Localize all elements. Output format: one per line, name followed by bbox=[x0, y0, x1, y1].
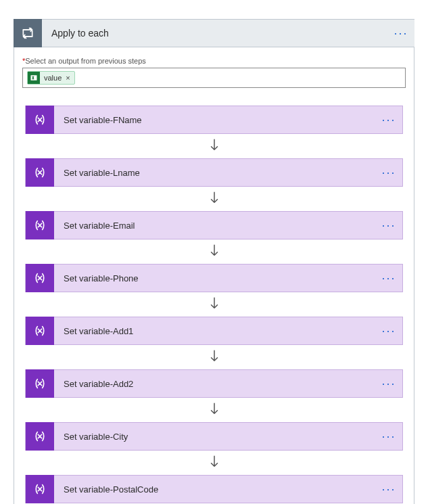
step-label: Set variable-Phone bbox=[54, 273, 375, 283]
step-label: Set variable-Add1 bbox=[54, 326, 375, 336]
variable-icon bbox=[26, 211, 54, 239]
excel-icon bbox=[28, 72, 40, 84]
step-set-variable-postalcode[interactable]: Set variable-PostalCode ··· bbox=[25, 475, 403, 503]
step-connector bbox=[208, 134, 220, 158]
step-label: Set variable-Lname bbox=[54, 168, 375, 178]
flow-entry-arrow bbox=[0, 0, 428, 19]
step-more-button[interactable]: ··· bbox=[375, 219, 402, 233]
step-set-variable-email[interactable]: Set variable-Email ··· bbox=[25, 211, 403, 239]
apply-to-each-body: *Select an output from previous steps va… bbox=[14, 47, 414, 504]
variable-icon bbox=[26, 106, 54, 134]
step-label: Set variable-PostalCode bbox=[54, 484, 375, 495]
loop-icon bbox=[14, 19, 42, 47]
step-connector bbox=[208, 292, 220, 317]
step-set-variable-lname[interactable]: Set variable-Lname ··· bbox=[25, 158, 403, 187]
step-more-button[interactable]: ··· bbox=[375, 482, 402, 497]
step-more-button[interactable]: ··· bbox=[375, 430, 402, 444]
variable-icon bbox=[26, 264, 54, 292]
output-selector-input[interactable]: value × bbox=[22, 68, 406, 88]
step-set-variable-city[interactable]: Set variable-City ··· bbox=[25, 422, 403, 451]
step-label: Set variable-Email bbox=[54, 221, 375, 231]
variable-icon bbox=[26, 158, 54, 187]
step-connector bbox=[208, 345, 220, 369]
step-more-button[interactable]: ··· bbox=[375, 166, 402, 180]
step-set-variable-add2[interactable]: Set variable-Add2 ··· bbox=[25, 369, 403, 398]
variable-icon bbox=[26, 475, 54, 503]
selector-label-text: Select an output from previous steps bbox=[25, 57, 146, 65]
step-label: Set variable-FName bbox=[54, 115, 375, 125]
step-connector bbox=[208, 451, 220, 475]
selector-label: *Select an output from previous steps bbox=[22, 57, 406, 65]
step-set-variable-phone[interactable]: Set variable-Phone ··· bbox=[25, 264, 403, 292]
svg-rect-0 bbox=[31, 75, 37, 81]
header-more-button[interactable]: ··· bbox=[387, 26, 414, 41]
step-more-button[interactable]: ··· bbox=[375, 377, 402, 391]
step-set-variable-add1[interactable]: Set variable-Add1 ··· bbox=[25, 317, 403, 345]
header-title: Apply to each bbox=[42, 28, 387, 39]
step-set-variable-fname[interactable]: Set variable-FName ··· bbox=[25, 106, 403, 134]
step-label: Set variable-Add2 bbox=[54, 379, 375, 389]
step-more-button[interactable]: ··· bbox=[375, 324, 402, 338]
step-more-button[interactable]: ··· bbox=[375, 113, 402, 127]
variable-icon bbox=[26, 369, 54, 398]
variable-icon bbox=[26, 422, 54, 451]
step-connector bbox=[208, 187, 220, 211]
value-token[interactable]: value × bbox=[27, 71, 75, 85]
steps-container: Set variable-FName ··· Set variable-Lnam… bbox=[22, 106, 406, 504]
token-label: value bbox=[44, 74, 62, 82]
apply-to-each-header[interactable]: Apply to each ··· bbox=[14, 19, 414, 47]
step-connector bbox=[208, 398, 220, 422]
step-label: Set variable-City bbox=[54, 432, 375, 442]
step-more-button[interactable]: ··· bbox=[375, 271, 402, 285]
step-connector bbox=[208, 239, 220, 264]
variable-icon bbox=[26, 317, 54, 345]
token-remove-icon[interactable]: × bbox=[66, 74, 70, 82]
